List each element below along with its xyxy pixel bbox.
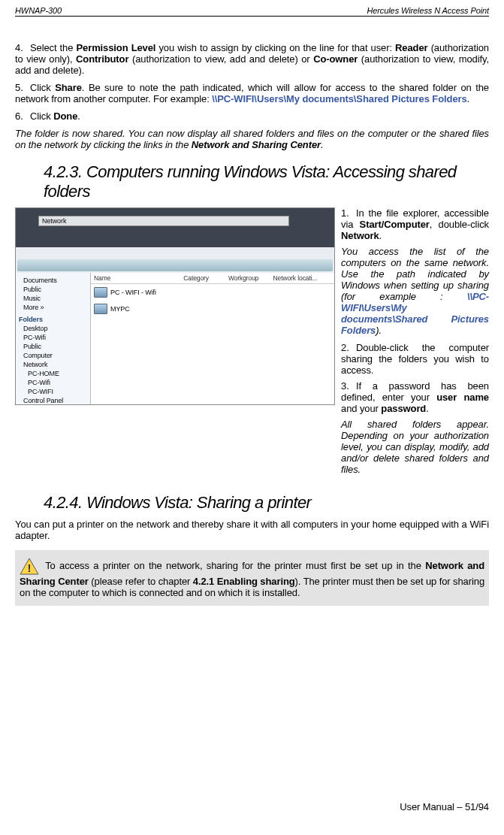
step-num: 2. <box>341 342 356 353</box>
text: . <box>77 110 80 122</box>
header-left: HWNAP-300 <box>15 6 62 15</box>
text: . <box>379 230 382 241</box>
left-item: More » <box>17 303 89 312</box>
text-bold: Co-owner <box>313 53 358 65</box>
step-num: 1. <box>341 207 356 219</box>
text-bold: Done <box>53 110 77 122</box>
text: ). <box>376 325 382 336</box>
text: . <box>467 93 470 104</box>
section-heading-423: 4.2.3. Computers running Windows Vista: … <box>44 162 489 201</box>
breadcrumb: Network <box>38 216 289 226</box>
left-item: Public <box>17 342 89 351</box>
left-item: Network <box>17 360 89 369</box>
left-item: Music <box>17 294 89 303</box>
computer-icon <box>94 287 107 298</box>
step-num: 5. <box>15 82 30 93</box>
text: (please refer to chapter <box>89 576 193 587</box>
right-column: 1.In the file explorer, accessible via S… <box>341 207 489 481</box>
left-pane: Documents Public Music More » Folders De… <box>16 273 91 404</box>
text: Click <box>30 82 55 93</box>
text: Select the <box>30 42 76 53</box>
italic-note: You access the list of the computers on … <box>341 246 489 336</box>
step-5: 5.Click Share. Be sure to note the path … <box>15 82 489 104</box>
toolbar <box>17 259 333 271</box>
steps-list: 4.Select the Permission Level you wish t… <box>15 42 489 122</box>
text: , double-click <box>430 219 489 230</box>
left-item: PC-Wifi <box>17 378 89 387</box>
text: you wish to assign by clicking on the li… <box>155 42 395 53</box>
screenshot-explorer: Network Documents Public Music More » Fo… <box>15 207 335 405</box>
item-label: MYPC <box>110 305 130 313</box>
italic-note: All shared folders appear. Depending on … <box>341 419 489 475</box>
col: Workgroup <box>228 274 273 282</box>
item-label: PC - WIFI - Wifi <box>110 289 156 296</box>
left-item: PC-Wifi <box>17 333 89 342</box>
left-item: Documents <box>17 276 89 285</box>
text: (authorization to view, add and delete) … <box>128 53 313 65</box>
column-headers: Name Category Workgroup Network locati..… <box>91 273 334 284</box>
left-item: PC-WIFI <box>17 387 89 396</box>
text: . <box>426 403 429 414</box>
text-bold: Permission Level <box>76 42 155 53</box>
text-bold: 4.2.1 Enabling sharing <box>193 576 295 587</box>
text-bold: Share <box>55 82 82 93</box>
text: . <box>321 139 324 150</box>
step-num: 4. <box>15 42 30 53</box>
step-num: 6. <box>15 110 30 122</box>
computer-icon <box>94 304 107 314</box>
list-item: PC - WIFI - Wifi <box>91 284 334 301</box>
paragraph: You can put a printer on the network and… <box>15 519 489 541</box>
text-bold: Network <box>341 230 379 241</box>
step-6: 6.Click Done. <box>15 110 489 122</box>
rc-step-2: 2.Double-click the computer sharing the … <box>341 342 489 376</box>
path-text: \\PC-WIFI\Users\My documents\Shared Pict… <box>212 93 466 104</box>
warning-icon: ! <box>20 558 39 576</box>
left-item: Computer <box>17 351 89 360</box>
left-item: Desktop <box>17 324 89 333</box>
header-right: Hercules Wireless N Access Point <box>367 6 489 15</box>
warning-note: ! To access a printer on the network, sh… <box>15 550 489 606</box>
step-4: 4.Select the Permission Level you wish t… <box>15 42 489 76</box>
page-footer: User Manual – 51/94 <box>400 801 489 812</box>
col: Network locati... <box>273 274 332 282</box>
left-header: Folders <box>17 315 89 324</box>
text: Click <box>30 110 53 122</box>
left-item: PC-HOME <box>17 369 89 378</box>
text: Double-click the computer sharing the fo… <box>341 342 489 376</box>
text-bold: Contributor <box>76 53 128 65</box>
text-bold: Start/Computer <box>360 219 430 230</box>
rc-step-3: 3.If a password has been defined, enter … <box>341 380 489 414</box>
left-item: Public <box>17 285 89 294</box>
section-heading-424: 4.2.4. Windows Vista: Sharing a printer <box>44 493 489 513</box>
step-num: 3. <box>341 380 356 392</box>
text: To access a printer on the network, shar… <box>41 560 425 571</box>
col: Category <box>183 274 228 282</box>
svg-text:!: ! <box>28 561 32 574</box>
text-bold: user name <box>436 392 489 403</box>
note-paragraph: The folder is now shared. You can now di… <box>15 128 489 150</box>
col: Name <box>94 274 183 282</box>
text: and your <box>341 403 381 414</box>
main-pane: Name Category Workgroup Network locati..… <box>91 273 334 404</box>
left-item: Control Panel <box>17 396 89 405</box>
two-column-section: Network Documents Public Music More » Fo… <box>15 207 489 481</box>
rc-step-1: 1.In the file explorer, accessible via S… <box>341 207 489 241</box>
text-bold: password <box>381 403 426 414</box>
list-item: MYPC <box>91 301 334 317</box>
text-bold: Network and Sharing Center <box>192 139 321 150</box>
text-bold: Reader <box>395 42 427 53</box>
